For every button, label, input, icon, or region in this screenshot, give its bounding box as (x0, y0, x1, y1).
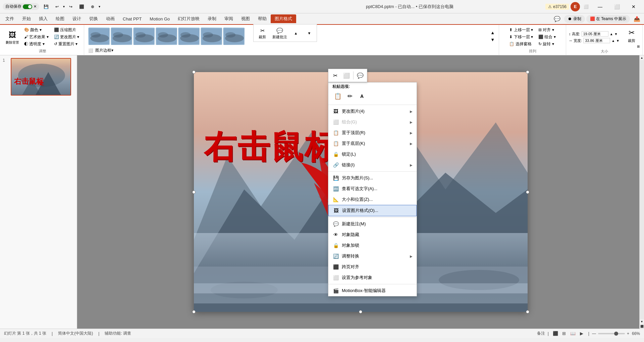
custom-button[interactable]: ⊕ (89, 3, 97, 10)
tab-animations[interactable]: 动画 (102, 14, 119, 23)
art-effect-btn[interactable]: 🖌 艺术效果 ▾ (22, 34, 51, 40)
slide-thumbnail[interactable]: 右击鼠标 (11, 58, 71, 96)
ctx-object-lock[interactable]: 🔒 对象加锁 (328, 240, 417, 251)
present-button[interactable]: ⬛ (77, 3, 87, 10)
compress-btn[interactable]: ⬛ 压缩图片 (52, 27, 82, 33)
reset-pic-btn[interactable]: ↺ 重置图片 ▾ (52, 41, 82, 47)
rotate-btn[interactable]: ↻ 旋转 ▾ (536, 41, 558, 47)
change-pic-btn[interactable]: 🔄 更改图片 ▾ (52, 34, 82, 40)
ctx-new-comment[interactable]: 💬 新建批注(M) (328, 219, 417, 229)
zoom-slider[interactable]: — + (592, 331, 629, 336)
handle-ml[interactable] (192, 190, 196, 194)
reading-view-btn[interactable]: 📖 (569, 330, 577, 337)
group-btn[interactable]: ⬛ 组合 ▾ (536, 34, 558, 40)
height-spinner-down[interactable]: ▼ (614, 32, 618, 36)
height-spinner-up[interactable]: ▲ (610, 32, 613, 36)
ctx-lock[interactable]: 🔒 锁定(L) (328, 149, 417, 160)
tab-insert[interactable]: 插入 (35, 14, 52, 23)
scroll-down-arrow[interactable]: ▼ (640, 319, 644, 324)
color-btn[interactable]: 🎨 颜色 ▾ (22, 27, 51, 33)
tab-help[interactable]: 帮助 (254, 14, 271, 23)
handle-mr[interactable] (526, 190, 529, 194)
tab-slideshow[interactable]: 幻灯片放映 (174, 14, 204, 23)
tab-file[interactable]: 文件 (1, 14, 18, 23)
minimize-button[interactable]: — (592, 1, 608, 12)
ctx-group[interactable]: ⬜ 组合(G) ▶ (328, 117, 417, 127)
ctx-link[interactable]: 🔗 链接(I) ▶ (328, 160, 417, 170)
ctx-motionbox[interactable]: 🎬 MotionBox-智能编辑器 (328, 285, 417, 296)
ctx-object-hide[interactable]: 👁 对象隐藏 (328, 229, 417, 240)
bring-forward-btn[interactable]: ⬆ 上移一层 ▾ (507, 27, 535, 33)
pic-border-btn[interactable]: ⬜ 图片边框▾ (87, 47, 115, 54)
gallery-scroll-up[interactable]: ▲ (489, 30, 496, 36)
gallery-scroll-down[interactable]: ▼ (489, 37, 496, 43)
tab-review[interactable]: 审阅 (220, 14, 237, 23)
paste-btn-3[interactable]: A (357, 91, 367, 102)
handle-tr[interactable] (526, 70, 529, 74)
ctx-size-pos[interactable]: 📐 大小和位置(Z)... (328, 194, 417, 205)
ctx-format-pic[interactable]: 🖼 设置图片格式(O)... (328, 205, 417, 216)
autosave-toggle[interactable]: 自动保存 ✕ (3, 3, 39, 10)
scroll-expand[interactable]: ⬛ (640, 324, 644, 329)
normal-view-btn[interactable]: ⬛ (551, 330, 559, 337)
style-thumb-5[interactable] (178, 27, 200, 45)
teams-present[interactable]: 🟥 在 Teams 中展示 (586, 15, 630, 23)
width-input[interactable] (583, 38, 610, 43)
tab-transitions[interactable]: 切换 (85, 14, 102, 23)
ctx-alt-text[interactable]: 🔤 查看可选文字(A)... (328, 183, 417, 194)
ribbon-scroll-down[interactable]: ▼ (303, 31, 315, 36)
slide-sorter-btn[interactable]: ⊞ (560, 330, 568, 337)
handle-tl[interactable] (192, 70, 196, 74)
style-thumb-1[interactable] (88, 27, 110, 45)
height-input[interactable] (582, 31, 608, 37)
handle-bl[interactable] (192, 310, 196, 314)
close-button[interactable]: ✕ (626, 1, 641, 12)
style-thumb-3[interactable] (133, 27, 155, 45)
remove-bg-btn[interactable]: 🖼 删除背景 (4, 29, 21, 45)
ctx-adjust-transform[interactable]: 🔄 调整转换 ▶ (328, 251, 417, 262)
zoom-in-btn[interactable]: + (627, 331, 629, 336)
scroll-track[interactable] (640, 60, 644, 319)
notes-btn[interactable]: 备注 (537, 331, 545, 336)
paste-btn-1[interactable]: 📋 (332, 91, 343, 102)
record-button[interactable]: ⏺ 录制 (564, 15, 585, 23)
width-spinner-down[interactable]: ▼ (616, 39, 620, 43)
send-backward-btn[interactable]: ⬇ 下移一层 ▾ (507, 34, 535, 40)
share-button[interactable]: 📤 (631, 15, 643, 23)
tab-motionbgo[interactable]: Motion Go (146, 15, 174, 23)
ribbon-toggle[interactable]: ⬜ (581, 3, 591, 10)
tab-view[interactable]: 视图 (237, 14, 254, 23)
ctx-set-reference[interactable]: ⬜ 设置为参考对象 (328, 272, 417, 283)
style-thumb-6[interactable] (201, 27, 222, 45)
zoom-out-btn[interactable]: — (592, 331, 596, 336)
autosave-x[interactable]: ✕ (34, 4, 37, 9)
ctx-change-pic[interactable]: 🖼 更改图片(4) ▶ (328, 106, 417, 117)
tab-chatppt[interactable]: Chat PPT (119, 15, 146, 23)
ribbon-new-comment-btn[interactable]: 💬 新建批注 (271, 26, 288, 40)
ctx-save-as-pic[interactable]: 💾 另存为图片(S)... (328, 173, 417, 183)
zoom-thumb[interactable] (614, 332, 618, 336)
user-avatar[interactable]: E (571, 2, 580, 11)
tab-design[interactable]: 设计 (68, 14, 85, 23)
tab-home[interactable]: 开始 (18, 14, 35, 23)
ctx-send-back[interactable]: 📋 置于底层(K) ▶ (328, 138, 417, 149)
tab-picture-format[interactable]: 图片格式 (271, 14, 296, 23)
undo-button[interactable]: ↩ (53, 3, 61, 10)
width-spinner-up[interactable]: ▲ (611, 39, 615, 43)
qa-dropdown[interactable]: ▾ (99, 5, 100, 8)
ft-border-btn[interactable]: ⬜ (341, 70, 352, 81)
zoom-level[interactable]: 66% (632, 331, 640, 336)
tab-draw[interactable]: 绘图 (52, 14, 68, 23)
transparency-btn[interactable]: ◐ 透明度 ▾ (22, 41, 51, 47)
slideshow-btn[interactable]: ▶ (578, 330, 586, 337)
warning-badge[interactable]: ⚠ e37156 (545, 4, 569, 10)
handle-br[interactable] (526, 310, 529, 314)
paste-btn-2[interactable]: ✏ (344, 91, 355, 102)
tab-record[interactable]: 录制 (204, 14, 220, 23)
style-thumb-7[interactable] (223, 27, 245, 45)
accessibility-label[interactable]: 辅助功能: 调查 (105, 331, 131, 336)
handle-bm[interactable] (359, 310, 362, 314)
comment-button[interactable]: 💬 (551, 15, 563, 23)
ft-comment-btn[interactable]: 💬 (355, 70, 366, 81)
ribbon-scroll-up[interactable]: ▲ (290, 31, 302, 36)
